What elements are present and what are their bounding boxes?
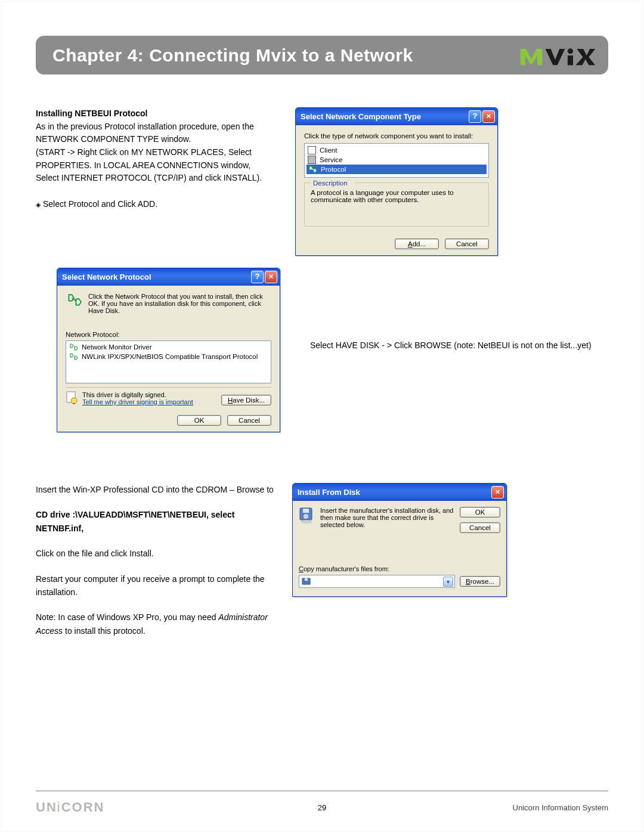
chapter-title-bar: Chapter 4: Connecting Mvix to a Network <box>36 36 608 75</box>
description-text: A protocol is a language your computer u… <box>311 189 482 203</box>
driver-signing-link[interactable]: Tell me why driver signing is important <box>82 398 193 405</box>
svg-rect-1 <box>568 55 573 65</box>
list-label: Network Protocol: <box>66 331 271 338</box>
mvix-logo <box>519 44 595 67</box>
list-item[interactable]: NWLink IPX/SPX/NetBIOS Compatible Transp… <box>67 352 270 361</box>
copy-files-label: Copy manufacturer's files from: <box>299 565 500 572</box>
diamond-bullet-icon: ◈ <box>36 201 41 208</box>
dialog-titlebar[interactable]: Install From Disk × <box>293 484 506 501</box>
paragraph: Restart your computer if you receive a p… <box>36 572 280 599</box>
dialog-instruction: Click the Network Protocol that you want… <box>88 293 271 314</box>
description-label: Description <box>311 179 355 187</box>
dialog-install-from-disk: Install From Disk × Insert the manufact <box>292 483 507 597</box>
service-icon <box>308 156 316 164</box>
path-bold: CD drive :\VALUEADD\MSFT\NET\NETBEUI, se… <box>36 508 280 535</box>
section-para: As in the previous Protocol installation… <box>36 120 274 146</box>
ok-button[interactable]: OK <box>460 507 500 518</box>
svg-point-3 <box>71 398 77 404</box>
list-item[interactable]: Network Monitor Driver <box>67 342 270 352</box>
add-button[interactable]: AAdd...dd... <box>395 239 439 249</box>
dialog-titlebar[interactable]: Select Network Component Type ? × <box>296 108 497 125</box>
close-button[interactable]: × <box>491 486 504 498</box>
component-type-list[interactable]: Client Service Protocol <box>304 143 489 178</box>
section-install-from-disk-text: Insert the Win-XP Professional CD into t… <box>36 483 280 637</box>
dialog-title: Install From Disk <box>298 488 360 497</box>
client-icon <box>308 146 316 154</box>
cancel-button[interactable]: Cancel <box>445 239 489 249</box>
list-item-client[interactable]: Client <box>306 145 487 155</box>
instruction-note: Select HAVE DISK - > Click BROWSE (note:… <box>310 339 608 352</box>
unicorn-logo: UNiCORN <box>36 800 104 815</box>
dialog-instruction: Insert the manufacturer's installation d… <box>320 507 454 528</box>
dialog-title: Select Network Protocol <box>62 272 151 281</box>
chapter-title: Chapter 4: Connecting Mvix to a Network <box>52 45 413 66</box>
protocol-icon <box>66 293 82 307</box>
help-button[interactable]: ? <box>469 110 481 123</box>
page-number: 29 <box>318 803 326 812</box>
section-installing-netbeui: Installing NETBEUI Protocol As in the pr… <box>36 107 274 256</box>
ok-button[interactable]: OK <box>177 415 221 426</box>
dialog-select-network-protocol: Select Network Protocol ? × Click the Ne… <box>57 268 280 432</box>
protocol-list[interactable]: Network Monitor Driver NWLink IPX/SPX/Ne… <box>66 340 271 383</box>
section-para: (START -> Right Click on MY NETWORK PLAC… <box>36 146 274 185</box>
svg-point-7 <box>301 520 312 524</box>
cancel-button[interactable]: Cancel <box>227 415 271 426</box>
cancel-button[interactable]: Cancel <box>460 522 500 533</box>
protocol-item-icon <box>69 352 78 361</box>
dialog-titlebar[interactable]: Select Network Protocol ? × <box>57 268 280 286</box>
paragraph: Click on the file and click Install. <box>36 547 280 560</box>
close-button[interactable]: × <box>482 110 495 123</box>
close-button[interactable]: × <box>265 271 277 283</box>
help-button[interactable]: ? <box>251 271 264 283</box>
dialog-title: Select Network Component Type <box>301 112 421 121</box>
paragraph: Insert the Win-XP Professional CD into t… <box>36 483 280 496</box>
bullet-item: ◈ Select Protocol and Click ADD. <box>36 198 274 211</box>
signed-text: This driver is digitally signed. <box>82 391 193 398</box>
svg-point-6 <box>304 514 308 519</box>
dialog-instruction: Click the type of network component you … <box>304 132 489 140</box>
source-path-combo[interactable]: A:\ ▾ <box>299 575 455 588</box>
browse-button[interactable]: Browse... <box>460 576 500 587</box>
paragraph: Note: In case of Windows XP Pro, you may… <box>36 611 280 637</box>
certificate-icon <box>66 391 78 404</box>
protocol-icon <box>308 165 317 174</box>
protocol-item-icon <box>69 343 78 351</box>
list-item-protocol[interactable]: Protocol <box>306 165 487 174</box>
svg-rect-9 <box>305 578 308 581</box>
svg-rect-5 <box>303 509 309 513</box>
company-name: Unicorn Information System <box>513 803 608 812</box>
chevron-down-icon[interactable]: ▾ <box>443 577 453 587</box>
list-item-service[interactable]: Service <box>306 155 487 165</box>
dialog-select-network-component-type: Select Network Component Type ? × Click … <box>295 107 498 256</box>
disk-icon <box>299 507 314 524</box>
have-disk-button[interactable]: Have Disk... <box>221 395 271 405</box>
floppy-icon <box>302 578 311 585</box>
section-heading: Installing NETBEUI Protocol <box>36 107 274 120</box>
svg-point-0 <box>568 48 573 54</box>
page-footer: UNiCORN 29 Unicorn Information System <box>36 791 608 815</box>
